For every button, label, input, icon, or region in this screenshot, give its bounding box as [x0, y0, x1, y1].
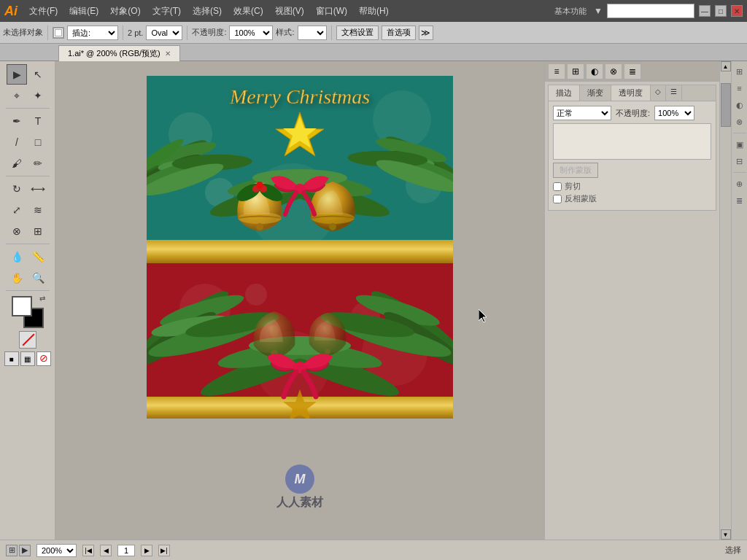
gradient-mode-button[interactable]: ▦ — [20, 351, 35, 366]
line-tool[interactable]: / — [7, 132, 27, 152]
panel-icon-1[interactable]: ⊞ — [732, 64, 747, 79]
extra-btn[interactable]: ≫ — [419, 26, 433, 40]
hand-tool[interactable]: ✋ — [7, 268, 27, 288]
panel-icon-8[interactable]: ≣ — [732, 193, 747, 208]
scale-tool[interactable]: ⤢ — [7, 200, 27, 220]
sgt-buttons: 制作蒙版 — [553, 163, 711, 178]
close-button[interactable]: ✕ — [731, 5, 743, 17]
menu-file[interactable]: 文件(F) — [23, 4, 63, 19]
panel-icon-5[interactable]: ▣ — [732, 137, 747, 152]
doc-setup-button[interactable]: 文档设置 — [336, 26, 379, 40]
shape-select[interactable]: Oval — [146, 26, 182, 40]
blend-mode-select[interactable]: 正常 — [553, 106, 611, 120]
nav-prev-button[interactable]: ◀ — [100, 545, 112, 556]
menu-select[interactable]: 选择(S) — [187, 4, 228, 19]
right-tool-layers[interactable]: ≣ — [624, 63, 641, 79]
invert-checkbox[interactable] — [553, 195, 562, 203]
minimize-button[interactable]: — — [699, 5, 711, 17]
menu-effect[interactable]: 效果(C) — [228, 4, 269, 19]
brush-tool[interactable]: 🖌 — [7, 153, 27, 174]
zoom-tool[interactable]: 🔍 — [28, 268, 48, 288]
scroll-thumb[interactable] — [721, 83, 731, 127]
pen-tool[interactable]: ✒ — [7, 111, 27, 131]
divider3 — [187, 26, 187, 40]
tab-transparency[interactable]: 透明度 — [611, 85, 651, 101]
tab-gradient[interactable]: 渐变 — [580, 85, 611, 101]
panel-options-icon[interactable]: ◇ — [651, 85, 666, 101]
right-tool-1[interactable]: ≡ — [548, 63, 565, 79]
tab-file[interactable]: 1.ai* @ 200% (RGB/预览) ✕ — [58, 45, 180, 61]
menu-object[interactable]: 对象(O) — [104, 4, 146, 19]
unselected-label: 未选择对象 — [3, 27, 43, 38]
menu-view[interactable]: 视图(V) — [269, 4, 310, 19]
tab-close-button[interactable]: ✕ — [165, 50, 171, 58]
right-tool-2[interactable]: ⊞ — [567, 63, 584, 79]
chart-tool[interactable]: ⊞ — [28, 221, 48, 241]
rect-tool[interactable]: □ — [28, 132, 48, 152]
menu-right: 基本功能 ▼ — □ ✕ — [554, 4, 743, 18]
scroll-up-button[interactable]: ▲ — [721, 61, 731, 71]
panel-menu-icon[interactable]: ☰ — [666, 85, 682, 101]
tool-row-6: ↻ ⟷ — [7, 179, 48, 199]
divider1 — [47, 26, 48, 40]
swap-colors-button[interactable]: ⇄ — [39, 295, 45, 303]
panel-icon-6[interactable]: ⊟ — [732, 154, 747, 168]
panel-icon-2[interactable]: ≡ — [732, 81, 747, 96]
search-input[interactable] — [607, 4, 694, 18]
warp-tool[interactable]: ≋ — [28, 200, 48, 220]
watermark-text: 人人素材 — [276, 495, 323, 510]
foreground-color[interactable] — [12, 296, 32, 316]
tool-row-1: ▶ ↖ — [7, 64, 48, 85]
none-mode-button[interactable]: ⊘ — [36, 351, 51, 366]
none-stroke-button[interactable] — [19, 331, 36, 349]
pencil-tool[interactable]: ✏ — [28, 153, 48, 174]
right-tool-3[interactable]: ◐ — [586, 63, 603, 79]
menu-edit[interactable]: 编辑(E) — [63, 4, 104, 19]
direct-select-tool[interactable]: ↖ — [28, 64, 48, 85]
tool-divider-2 — [6, 176, 50, 176]
nav-first-button[interactable]: |◀ — [82, 545, 94, 556]
rotate-tool[interactable]: ↻ — [7, 179, 27, 199]
scroll-down-button[interactable]: ▼ — [721, 529, 731, 540]
color-mode-button[interactable]: ■ — [4, 351, 19, 366]
style-select[interactable] — [298, 26, 327, 40]
christmas-card: Merry Christmas — [147, 76, 453, 419]
stroke-select[interactable]: 插边: — [67, 26, 118, 40]
lasso-tool[interactable]: ⌖ — [7, 85, 27, 106]
status-icons: ⊞ ▶ — [6, 545, 31, 556]
invert-row: 反相蒙版 — [553, 193, 711, 204]
maximize-button[interactable]: □ — [715, 5, 727, 17]
panel-icon-7[interactable]: ⊕ — [732, 176, 747, 191]
prefs-button[interactable]: 首选项 — [382, 26, 416, 40]
canvas-area[interactable]: Merry Christmas — [55, 61, 544, 540]
workspace-dropdown-icon[interactable]: ▼ — [594, 6, 603, 16]
panel-icon-4[interactable]: ⊗ — [732, 114, 747, 129]
menu-text[interactable]: 文字(T) — [147, 4, 187, 19]
svg-text:Merry Christmas: Merry Christmas — [229, 85, 370, 108]
status-icon-1[interactable]: ⊞ — [6, 545, 18, 556]
stroke-color-swatch[interactable] — [53, 27, 64, 39]
panel-icon-3[interactable]: ◐ — [732, 98, 747, 112]
svg-point-68 — [325, 349, 330, 354]
opacity-select-panel[interactable]: 100% — [654, 106, 694, 120]
make-mask-button[interactable]: 制作蒙版 — [553, 163, 598, 178]
magic-wand-tool[interactable]: ✦ — [28, 85, 48, 106]
opacity-select[interactable]: 100% — [229, 26, 273, 40]
text-tool[interactable]: T — [28, 111, 48, 131]
menu-window[interactable]: 窗口(W) — [310, 4, 353, 19]
nav-last-button[interactable]: ▶| — [158, 545, 170, 556]
eyedropper-tool[interactable]: 💧 — [7, 246, 27, 267]
status-icon-2[interactable]: ▶ — [19, 545, 31, 556]
reflect-tool[interactable]: ⟷ — [28, 179, 48, 199]
right-tool-4[interactable]: ⊗ — [605, 63, 622, 79]
nav-next-button[interactable]: ▶ — [141, 545, 152, 556]
tab-stroke[interactable]: 描边 — [549, 85, 580, 101]
blend-tool[interactable]: ⊗ — [7, 221, 27, 241]
page-input[interactable] — [117, 545, 135, 556]
clip-checkbox[interactable] — [553, 182, 562, 191]
selection-tool[interactable]: ▶ — [7, 64, 27, 85]
zoom-select[interactable]: 200% — [36, 544, 77, 557]
menu-help[interactable]: 帮助(H) — [353, 4, 395, 19]
measure-tool[interactable]: 📏 — [28, 246, 48, 267]
tool-divider-4 — [6, 290, 50, 291]
